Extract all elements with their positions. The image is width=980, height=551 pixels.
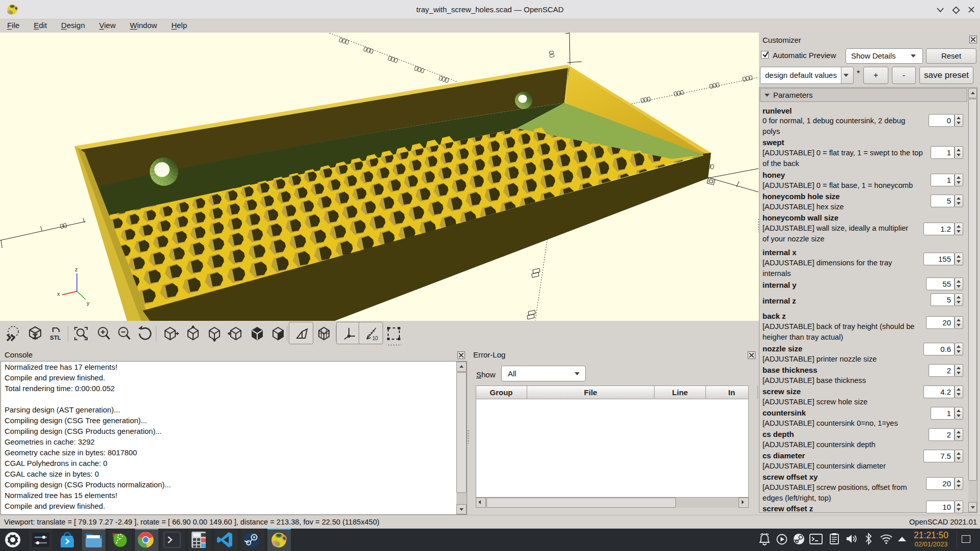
svg-text:10: 10 [372, 336, 378, 341]
svg-text:z: z [75, 266, 78, 272]
svg-text:y: y [87, 300, 90, 306]
svg-text:x: x [57, 291, 60, 297]
svg-text:STL: STL [50, 335, 61, 341]
